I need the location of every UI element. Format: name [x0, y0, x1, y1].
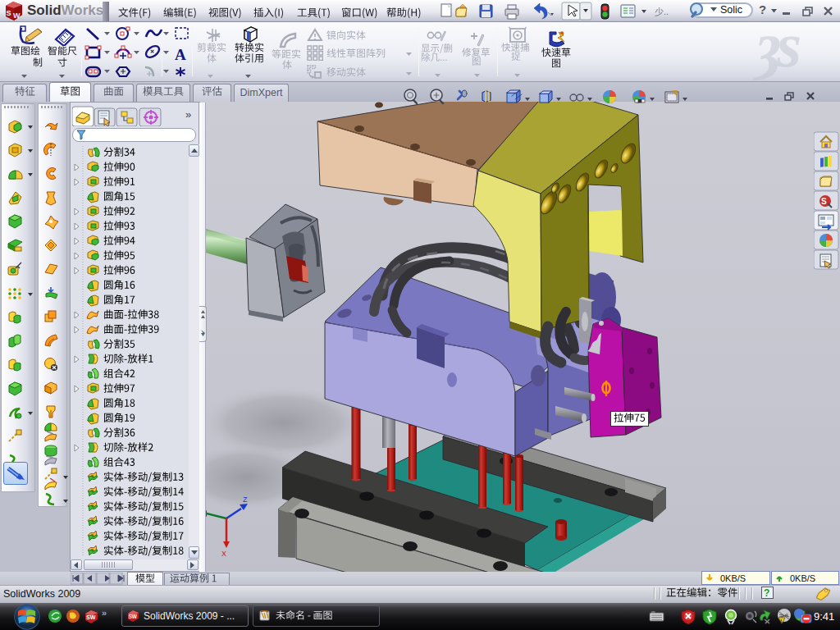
svg-text:SW: SW [129, 614, 138, 619]
svg-text:少..: 少.. [655, 7, 669, 16]
svg-text:xxx: xxx [651, 610, 655, 614]
svg-text:»: » [102, 608, 107, 618]
svg-text:X: X [221, 550, 226, 558]
svg-text:»: » [185, 108, 191, 121]
svg-text:SW: SW [86, 614, 96, 620]
svg-text:S: S [821, 197, 827, 206]
svg-text:Z: Z [243, 495, 248, 504]
svg-text:!: ! [780, 619, 782, 623]
svg-text:A: A [175, 46, 186, 63]
